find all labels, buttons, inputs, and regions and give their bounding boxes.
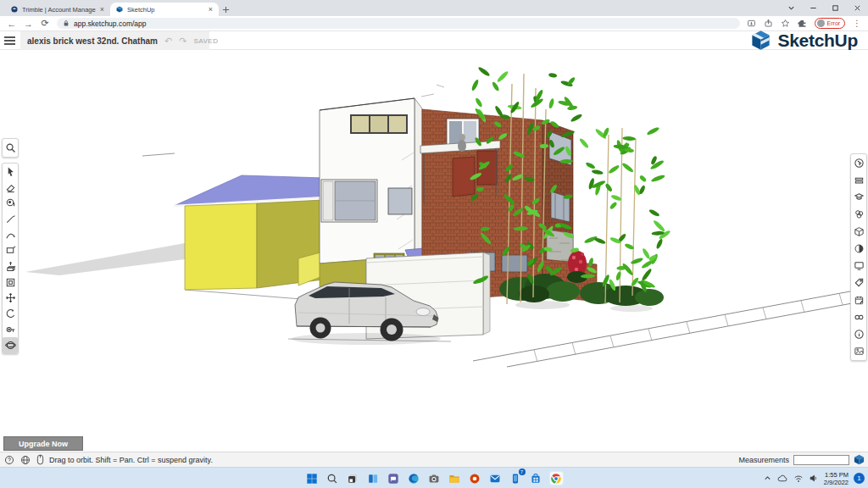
widgets-icon[interactable] bbox=[366, 471, 381, 485]
sketchup-cube-icon bbox=[854, 454, 865, 465]
upgrade-now-button[interactable]: Upgrade Now bbox=[3, 436, 83, 451]
tool-move[interactable] bbox=[3, 290, 18, 306]
mouse-icon bbox=[36, 454, 44, 465]
back-icon[interactable]: ← bbox=[3, 19, 20, 29]
menu-kebab-icon[interactable]: ⋮ bbox=[853, 19, 861, 28]
tab-search-chevron-icon[interactable] bbox=[780, 0, 802, 16]
sketchup-brand: SketchUp bbox=[749, 29, 858, 52]
tool-orbit[interactable] bbox=[3, 337, 18, 353]
model-scene bbox=[0, 50, 868, 452]
onedrive-cloud-icon[interactable] bbox=[777, 474, 788, 483]
start-button-icon[interactable] bbox=[305, 471, 320, 485]
tool-push-pull[interactable] bbox=[3, 258, 18, 274]
windows-taskbar: 7 1:55 PM 2/9/2022 1 bbox=[0, 467, 868, 488]
panel-soften-edges[interactable] bbox=[851, 308, 866, 325]
phone-link-icon[interactable]: 7 bbox=[509, 471, 523, 485]
extensions-icon[interactable] bbox=[798, 19, 807, 28]
tool-arc[interactable] bbox=[3, 227, 18, 243]
tool-line[interactable] bbox=[3, 211, 18, 227]
browser-action-icons: Error ⋮ bbox=[747, 18, 862, 29]
lock-icon bbox=[63, 19, 70, 27]
tool-eraser[interactable] bbox=[3, 180, 18, 196]
install-app-icon[interactable] bbox=[747, 19, 756, 28]
save-status: SAVED bbox=[193, 37, 218, 45]
volume-icon[interactable] bbox=[809, 474, 819, 483]
panel-display[interactable] bbox=[851, 258, 866, 274]
new-tab-button[interactable] bbox=[219, 3, 232, 16]
brand-name: SketchUp bbox=[778, 30, 858, 51]
tab-close-icon[interactable]: × bbox=[209, 6, 213, 14]
url-text: app.sketchup.com/app bbox=[74, 19, 147, 28]
tab-close-icon[interactable]: × bbox=[100, 6, 104, 14]
bookmark-star-icon[interactable] bbox=[781, 19, 790, 28]
avatar bbox=[817, 19, 825, 27]
phone-notification-badge: 7 bbox=[519, 469, 526, 475]
panel-scenes[interactable] bbox=[851, 291, 866, 308]
measurements-label: Measurements bbox=[738, 456, 789, 464]
clock-time: 1:55 PM bbox=[824, 471, 849, 479]
panel-components[interactable] bbox=[851, 223, 866, 240]
forward-icon[interactable]: → bbox=[20, 19, 37, 29]
browser-tab-strip: Trimble | Account Management × SketchUp … bbox=[0, 0, 868, 16]
browser-tab-trimble[interactable]: Trimble | Account Management × bbox=[5, 3, 110, 16]
maximize-icon[interactable] bbox=[824, 0, 846, 16]
task-view-icon[interactable] bbox=[346, 471, 360, 485]
tool-rotate[interactable] bbox=[3, 306, 18, 322]
wifi-icon[interactable] bbox=[793, 474, 804, 483]
panel-instructor[interactable] bbox=[851, 189, 866, 206]
undo-icon[interactable]: ↶ bbox=[164, 36, 172, 45]
panel-outliner[interactable] bbox=[851, 171, 866, 188]
panel-styles[interactable] bbox=[851, 240, 866, 257]
tool-rectangle[interactable] bbox=[3, 242, 18, 258]
browser-tab-sketchup[interactable]: SketchUp × bbox=[110, 3, 219, 16]
teams-icon[interactable] bbox=[387, 471, 401, 485]
redo-icon[interactable]: ↷ bbox=[179, 36, 186, 45]
measurements-input[interactable] bbox=[793, 455, 849, 465]
address-bar[interactable]: app.sketchup.com/app bbox=[57, 18, 740, 29]
search-icon[interactable] bbox=[5, 142, 16, 153]
camera-icon[interactable] bbox=[427, 471, 442, 485]
tool-select[interactable] bbox=[3, 164, 18, 180]
window-controls bbox=[780, 0, 868, 16]
taskbar-search-icon[interactable] bbox=[326, 471, 340, 485]
browser-toolbar: ← → ⟳ app.sketchup.com/app Error ⋮ bbox=[0, 16, 868, 31]
mail-icon[interactable] bbox=[488, 471, 503, 485]
chrome-icon[interactable] bbox=[549, 471, 564, 485]
panel-photo-textures[interactable] bbox=[851, 343, 866, 360]
tool-hint: Drag to orbit. Shift = Pan. Ctrl = suspe… bbox=[49, 456, 213, 464]
tab-title: SketchUp bbox=[127, 6, 204, 14]
model-title-bar: alexis brick west 32nd. Chatham ↶ ↷ SAVE… bbox=[20, 31, 209, 50]
tab-title: Trimble | Account Management bbox=[22, 6, 96, 14]
panel-entity-info[interactable] bbox=[851, 154, 866, 171]
panel-model-info[interactable] bbox=[851, 326, 866, 343]
tool-paint[interactable] bbox=[3, 195, 18, 211]
sketchup-header: alexis brick west 32nd. Chatham ↶ ↷ SAVE… bbox=[0, 31, 868, 50]
language-globe-icon[interactable] bbox=[20, 455, 31, 465]
store-icon[interactable] bbox=[529, 471, 543, 485]
model-title[interactable]: alexis brick west 32nd. Chatham bbox=[27, 36, 158, 46]
model-canvas[interactable]: Upgrade Now bbox=[0, 50, 868, 452]
edge-icon[interactable] bbox=[407, 471, 421, 485]
system-tray: 1:55 PM 2/9/2022 1 bbox=[763, 468, 865, 488]
file-explorer-icon[interactable] bbox=[448, 471, 462, 485]
side-panels-rail bbox=[850, 153, 867, 361]
help-icon[interactable] bbox=[4, 455, 14, 465]
search-tool-panel bbox=[2, 138, 19, 158]
taskbar-clock[interactable]: 1:55 PM 2/9/2022 bbox=[824, 471, 849, 486]
reload-icon[interactable]: ⟳ bbox=[36, 18, 53, 29]
panel-materials[interactable] bbox=[851, 206, 866, 223]
minimize-icon[interactable] bbox=[802, 0, 824, 16]
tool-offset[interactable] bbox=[3, 274, 18, 291]
panel-tags[interactable] bbox=[851, 274, 866, 291]
trimble-favicon-icon bbox=[11, 6, 18, 13]
close-icon[interactable] bbox=[846, 0, 868, 16]
profile-error-badge[interactable]: Error bbox=[815, 18, 846, 29]
notification-count-badge[interactable]: 1 bbox=[854, 473, 865, 484]
tray-chevron-up-icon[interactable] bbox=[763, 474, 772, 483]
tool-tape-measure[interactable] bbox=[3, 322, 18, 338]
office-icon[interactable] bbox=[468, 471, 482, 485]
hamburger-menu-icon[interactable] bbox=[4, 36, 15, 47]
sketchup-logo-icon bbox=[749, 29, 772, 52]
share-icon[interactable] bbox=[764, 19, 773, 28]
status-bar: Drag to orbit. Shift = Pan. Ctrl = suspe… bbox=[0, 452, 868, 467]
